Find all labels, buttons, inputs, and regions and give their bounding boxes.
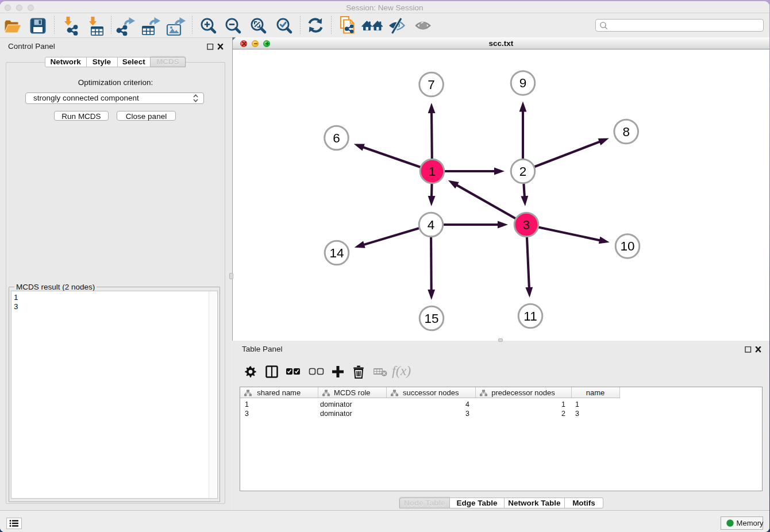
svg-text:14: 14 bbox=[329, 245, 344, 260]
svg-text:15: 15 bbox=[424, 311, 438, 325]
svg-text:7: 7 bbox=[428, 77, 435, 91]
svg-text:11: 11 bbox=[523, 309, 537, 323]
svg-text:2: 2 bbox=[519, 164, 527, 178]
svg-text:9: 9 bbox=[519, 76, 527, 90]
svg-text:6: 6 bbox=[333, 130, 340, 145]
svg-text:4: 4 bbox=[428, 217, 435, 232]
svg-text:8: 8 bbox=[622, 124, 630, 138]
svg-text:3: 3 bbox=[523, 217, 530, 232]
svg-text:1: 1 bbox=[429, 164, 436, 178]
svg-text:f(x): f(x) bbox=[392, 364, 411, 378]
svg-text:10: 10 bbox=[620, 239, 634, 253]
